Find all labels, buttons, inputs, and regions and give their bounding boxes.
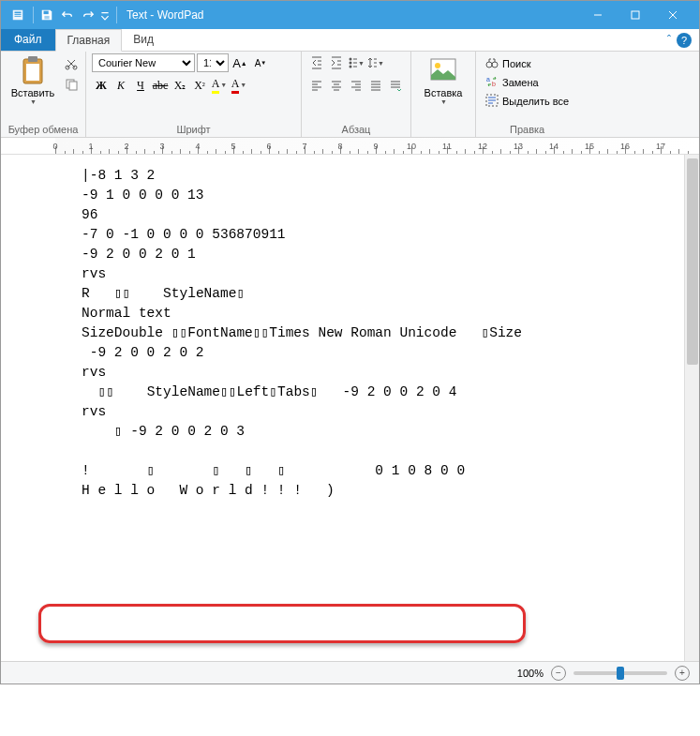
separator xyxy=(33,7,34,23)
justify-icon[interactable] xyxy=(366,76,385,95)
svg-rect-4 xyxy=(44,11,49,15)
decrease-indent-icon[interactable] xyxy=(307,53,326,72)
ribbon-tabs: Файл Главная Вид ˆ ? xyxy=(1,29,699,52)
zoom-slider[interactable] xyxy=(573,671,667,675)
svg-rect-9 xyxy=(28,56,37,62)
svg-point-15 xyxy=(350,58,352,61)
paste-button[interactable]: Вставить ▼ xyxy=(7,53,59,107)
svg-rect-10 xyxy=(26,64,39,81)
highlight-color-button[interactable]: A▼ xyxy=(210,76,229,95)
statusbar: 100% − + xyxy=(1,661,699,683)
font-color-button[interactable]: A▼ xyxy=(230,76,248,95)
clipboard-icon xyxy=(18,55,48,85)
align-center-icon[interactable] xyxy=(327,76,346,95)
group-label: Абзац xyxy=(307,122,405,137)
tab-home[interactable]: Главная xyxy=(55,29,123,52)
minimize-button[interactable] xyxy=(579,1,617,29)
group-label: Правка xyxy=(482,122,573,137)
window-title: Text - WordPad xyxy=(127,8,203,22)
group-paragraph: ▼ ▼ Абзац xyxy=(302,52,411,137)
group-font: Courier New 11 A▲ A▼ Ж К Ч abc X₂ X² A▼ … xyxy=(86,52,302,137)
collapse-ribbon-icon[interactable]: ˆ xyxy=(667,34,671,47)
tab-view[interactable]: Вид xyxy=(122,29,166,51)
replace-button[interactable]: ab Замена xyxy=(482,74,573,91)
app-icon xyxy=(8,6,27,24)
replace-icon: ab xyxy=(485,75,499,90)
close-button[interactable] xyxy=(654,1,692,29)
svg-rect-2 xyxy=(15,14,22,15)
find-button[interactable]: Поиск xyxy=(482,55,573,72)
undo-icon[interactable] xyxy=(58,6,77,24)
help-icon[interactable]: ? xyxy=(677,33,692,48)
binoculars-icon xyxy=(485,56,499,71)
ruler[interactable]: 01234567891011121314151617 xyxy=(1,138,699,155)
select-all-button[interactable]: Выделить все xyxy=(482,93,573,110)
italic-button[interactable]: К xyxy=(112,76,130,95)
ribbon: Вставить ▼ Буфер обмена Courier New 11 A… xyxy=(1,52,699,138)
svg-point-20 xyxy=(486,62,492,68)
vertical-scrollbar[interactable] xyxy=(684,155,699,661)
wordpad-window: Text - WordPad Файл Главная Вид ˆ ? Вста… xyxy=(0,0,700,684)
separator xyxy=(116,7,117,23)
document-area[interactable]: |-8 1 3 2 -9 1 0 0 0 0 13 96 -7 0 -1 0 0… xyxy=(1,155,699,661)
group-label: Шрифт xyxy=(92,122,295,137)
align-left-icon[interactable] xyxy=(307,76,326,95)
bullets-icon[interactable]: ▼ xyxy=(347,53,365,72)
font-size-select[interactable]: 11 xyxy=(197,53,229,72)
annotation-highlight xyxy=(38,604,526,643)
zoom-out-button[interactable]: − xyxy=(551,666,566,681)
redo-icon[interactable] xyxy=(79,6,97,24)
svg-rect-5 xyxy=(44,16,49,20)
scrollbar-thumb[interactable] xyxy=(687,158,698,365)
group-insert: Вставка ▼ xyxy=(411,52,476,137)
group-label xyxy=(417,122,469,137)
svg-point-16 xyxy=(350,62,352,65)
superscript-button[interactable]: X² xyxy=(190,76,209,95)
qa-dropdown-icon[interactable] xyxy=(99,6,111,24)
zoom-label: 100% xyxy=(517,668,544,679)
align-right-icon[interactable] xyxy=(347,76,365,95)
line-spacing-icon[interactable]: ▼ xyxy=(366,53,385,72)
tab-file[interactable]: Файл xyxy=(1,29,55,51)
font-name-select[interactable]: Courier New xyxy=(92,53,195,72)
select-all-icon xyxy=(485,94,499,109)
group-label: Буфер обмена xyxy=(7,122,80,137)
bold-button[interactable]: Ж xyxy=(92,76,111,95)
chevron-down-icon: ▼ xyxy=(30,98,37,105)
subscript-button[interactable]: X₂ xyxy=(171,76,189,95)
group-editing: Поиск ab Замена Выделить все Правка xyxy=(476,52,578,137)
underline-button[interactable]: Ч xyxy=(131,76,150,95)
svg-point-21 xyxy=(492,62,498,68)
zoom-slider-thumb[interactable] xyxy=(617,667,624,680)
window-controls xyxy=(579,1,692,29)
svg-rect-1 xyxy=(15,12,22,14)
svg-point-19 xyxy=(435,63,440,68)
svg-point-17 xyxy=(350,66,352,68)
document-text[interactable]: |-8 1 3 2 -9 1 0 0 0 0 13 96 -7 0 -1 0 0… xyxy=(1,155,699,512)
chevron-down-icon: ▼ xyxy=(440,98,447,105)
maximize-button[interactable] xyxy=(617,1,654,29)
cut-icon[interactable] xyxy=(63,55,80,72)
strikethrough-button[interactable]: abc xyxy=(151,76,170,95)
grow-font-icon[interactable]: A▲ xyxy=(231,53,249,72)
save-icon[interactable] xyxy=(37,6,56,24)
picture-icon xyxy=(428,55,458,85)
svg-rect-7 xyxy=(632,11,639,19)
titlebar: Text - WordPad xyxy=(1,1,699,29)
copy-icon[interactable] xyxy=(63,76,80,93)
svg-text:b: b xyxy=(492,81,496,87)
increase-indent-icon[interactable] xyxy=(327,53,346,72)
svg-rect-14 xyxy=(69,82,77,90)
paragraph-settings-icon[interactable] xyxy=(386,76,405,95)
shrink-font-icon[interactable]: A▼ xyxy=(251,53,270,72)
insert-button[interactable]: Вставка ▼ xyxy=(417,53,469,107)
svg-text:a: a xyxy=(486,76,490,83)
group-clipboard: Вставить ▼ Буфер обмена xyxy=(1,52,86,137)
svg-rect-3 xyxy=(15,16,22,17)
zoom-in-button[interactable]: + xyxy=(675,666,690,681)
